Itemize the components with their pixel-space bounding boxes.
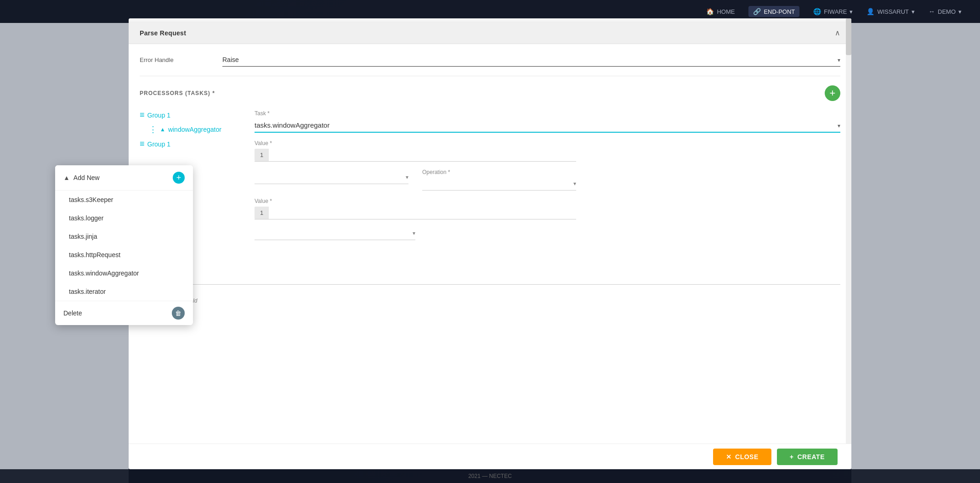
guard-section: Guard 1	[129, 257, 851, 294]
demo-icon: ↔	[929, 8, 935, 15]
value-label-1: Value *	[255, 140, 576, 146]
value-input-1[interactable]	[269, 148, 576, 161]
user-icon: 👤	[867, 8, 874, 15]
home-icon: 🏠	[706, 8, 714, 15]
guard-label: Guard	[140, 261, 840, 268]
guard-input-row: 1	[140, 271, 840, 285]
operation-label: Operation *	[422, 169, 576, 175]
dropdown-item-s3keeper[interactable]: tasks.s3Keeper	[55, 191, 193, 209]
processors-title: PROCESSORS (TASKS) *	[140, 90, 215, 96]
task-label: Task *	[255, 110, 840, 117]
nav-fiware-label: FIWARE	[824, 8, 847, 15]
tree-sidebar: ≡ Group 1 ⋮ ▲ windowAggregator ≡ Group 1	[140, 110, 232, 149]
demo-arrow: ▾	[958, 8, 962, 15]
value-input-row-2: 1	[255, 206, 576, 219]
group1-item[interactable]: ≡ Group 1	[140, 110, 232, 120]
dropdown-item-windowaggregator-label: tasks.windowAggregator	[69, 270, 139, 277]
op-row: ▾ Operation * ▾	[255, 169, 576, 191]
close-button[interactable]: ✕ CLOSE	[713, 449, 771, 465]
copyright-text: 2021 — NECTEC	[468, 473, 512, 479]
processor-tree: ≡ Group 1 ⋮ ▲ windowAggregator ≡ Group 1…	[140, 110, 840, 247]
dropdown-item-httprequest-label: tasks.httpRequest	[69, 251, 120, 258]
operation-arrow: ▾	[573, 180, 576, 187]
value-num-1: 1	[255, 149, 269, 161]
dropdown-item-logger-label: tasks.logger	[69, 214, 103, 222]
nav-user-label: WISSARUT	[877, 8, 909, 15]
delete-icon-button[interactable]: 🗑	[172, 307, 185, 320]
guard-input[interactable]	[154, 271, 840, 284]
link-icon: 🔗	[753, 8, 761, 15]
delete-label[interactable]: Delete	[63, 309, 82, 317]
task-arrow: ▾	[838, 123, 840, 129]
third-op-select[interactable]	[255, 227, 415, 240]
footer-bar: 2021 — NECTEC	[0, 469, 980, 483]
value-num-2: 1	[255, 207, 269, 219]
processors-header: PROCESSORS (TASKS) * +	[140, 85, 840, 101]
nav-home[interactable]: 🏠 HOME	[706, 8, 735, 15]
user-arrow: ▾	[912, 8, 915, 15]
sub-item-label: windowAggregator	[168, 126, 221, 133]
value-label-2: Value *	[255, 198, 576, 204]
sub-item-windowaggregator[interactable]: ⋮ ▲ windowAggregator	[140, 124, 232, 135]
dropdown-collapse-arrow[interactable]: ▲	[63, 174, 70, 181]
nav-demo-label: DEMO	[938, 8, 956, 15]
trash-icon: 🗑	[175, 309, 181, 317]
modal-scrollbar[interactable]	[846, 18, 851, 469]
collapse-arrow: ▲	[160, 126, 165, 133]
dropdown-item-httprequest[interactable]: tasks.httpRequest	[55, 246, 193, 264]
nav-home-label: HOME	[717, 8, 735, 15]
processors-section: PROCESSORS (TASKS) * + ≡ Group 1 ⋮ ▲ win…	[129, 76, 851, 257]
fiware-icon: 🌐	[813, 8, 821, 15]
modal-footer: ✕ CLOSE + CREATE	[129, 444, 851, 469]
task-form: Task * tasks.windowAggregator tasks.s3Ke…	[245, 110, 840, 247]
close-x-icon: ✕	[726, 453, 732, 461]
close-label: CLOSE	[735, 453, 759, 461]
create-button[interactable]: + CREATE	[777, 449, 838, 465]
dropdown-item-s3keeper-label: tasks.s3Keeper	[69, 196, 113, 203]
group1-label: Group 1	[147, 112, 171, 119]
dropdown-header: ▲ Add New +	[55, 165, 193, 191]
scrollbar-thumb[interactable]	[846, 18, 851, 55]
nav-user[interactable]: 👤 WISSARUT ▾	[867, 8, 915, 15]
error-handle-label: Error Handle	[140, 56, 204, 63]
nav-demo[interactable]: ↔ DEMO ▾	[929, 8, 962, 15]
dropdown-header-left: ▲ Add New	[63, 174, 100, 181]
error-handle-select[interactable]: Raise Ignore Log	[222, 53, 840, 67]
dropdown-item-jinja-label: tasks.jinja	[69, 233, 97, 240]
value-input-2[interactable]	[269, 206, 576, 219]
fiware-arrow: ▾	[850, 8, 853, 15]
op-col-2: Operation * ▾	[422, 169, 576, 191]
dropdown-add-button[interactable]: +	[173, 172, 185, 184]
dropdown-add-new-label: Add New	[74, 174, 100, 181]
left-op-arrow: ▾	[406, 174, 408, 180]
parse-request-section: Parse Request ∧	[129, 22, 851, 44]
group1-bottom-label: Group 1	[147, 140, 171, 148]
dropdown-footer: Delete 🗑	[55, 301, 193, 325]
third-op-arrow: ▾	[413, 230, 415, 236]
parse-request-title: Parse Request	[140, 29, 186, 37]
dropdown-item-logger[interactable]: tasks.logger	[55, 209, 193, 227]
group1-bottom-item[interactable]: ≡ Group 1	[140, 139, 232, 149]
task-selector-row: Task * tasks.windowAggregator tasks.s3Ke…	[255, 110, 840, 133]
operation-select[interactable]	[422, 177, 576, 191]
dropdown-item-windowaggregator[interactable]: tasks.windowAggregator	[55, 264, 193, 282]
dropdown-item-iterator-label: tasks.iterator	[69, 288, 106, 295]
nav-endpoint[interactable]: 🔗 END-PONT	[748, 6, 799, 17]
dropdown-item-jinja[interactable]: tasks.jinja	[55, 227, 193, 246]
nav-endpoint-label: END-PONT	[764, 8, 795, 15]
nav-fiware[interactable]: 🌐 FIWARE ▾	[813, 8, 853, 15]
task-select-wrapper: tasks.windowAggregator tasks.s3Keeper ta…	[255, 118, 840, 133]
error-handle-select-wrapper: Raise Ignore Log ▾	[222, 53, 840, 67]
left-op-select[interactable]	[255, 171, 408, 184]
modal: Parse Request ∧ Error Handle Raise Ignor…	[129, 18, 851, 469]
add-processor-button[interactable]: +	[825, 85, 840, 101]
task-select[interactable]: tasks.windowAggregator tasks.s3Keeper ta…	[255, 118, 840, 133]
collapse-icon[interactable]: ∧	[835, 28, 840, 37]
op-col-1: ▾	[255, 169, 408, 191]
value-section-1: Value * 1	[255, 140, 576, 162]
task-dropdown-menu: ▲ Add New + tasks.s3Keeper tasks.logger …	[55, 165, 193, 325]
footer-spacer	[129, 308, 851, 335]
value-input-row-1: 1	[255, 148, 576, 162]
dropdown-item-iterator[interactable]: tasks.iterator	[55, 282, 193, 301]
drag-icon-2: ⋮	[149, 124, 157, 135]
